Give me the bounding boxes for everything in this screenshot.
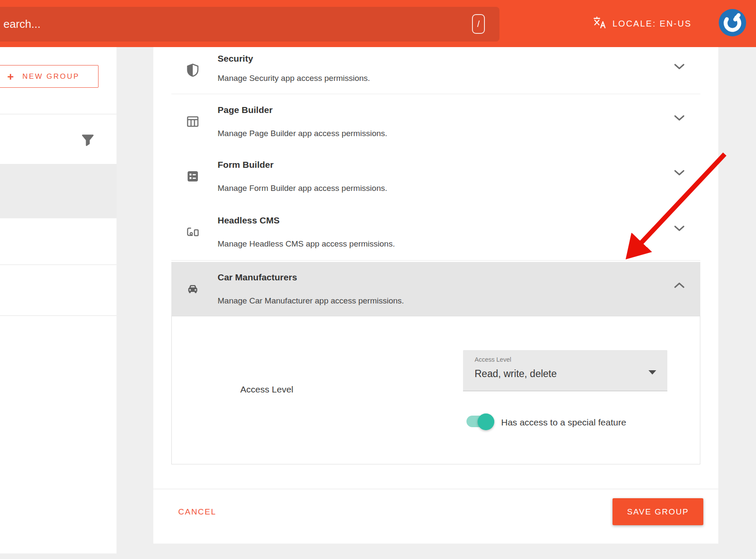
sidebar: + NEW GROUP — [0, 47, 117, 553]
select-floating-label: Access Level — [475, 356, 511, 363]
group-list-item-selected[interactable] — [0, 164, 117, 218]
section-description: Manage Headless CMS app access permissio… — [218, 240, 395, 248]
sidebar-divider — [0, 315, 117, 316]
section-row-car-manufacturers-expanded[interactable]: Car Manufacturers Manage Car Manufacture… — [171, 262, 700, 316]
section-row-page-builder[interactable]: Page Builder Manage Page Builder app acc… — [153, 94, 718, 149]
car-manufacturers-settings-panel: Access Level Access Level Read, write, d… — [171, 316, 700, 464]
chevron-down-icon[interactable] — [674, 115, 684, 128]
app-root: earch... / LOCALE: EN-US — [0, 0, 756, 559]
locale-selector[interactable]: LOCALE: EN-US — [593, 0, 692, 47]
search-input-text: earch... — [3, 7, 41, 42]
section-title: Form Builder — [218, 160, 274, 169]
topbar: earch... / LOCALE: EN-US — [0, 0, 756, 47]
chevron-up-icon[interactable] — [674, 282, 684, 296]
section-title: Page Builder — [218, 105, 272, 115]
devices-icon — [185, 225, 200, 239]
access-level-select[interactable]: Access Level Read, write, delete — [463, 350, 667, 391]
section-row-form-builder[interactable]: Form Builder Manage Form Builder app acc… — [153, 149, 718, 204]
search-input[interactable]: earch... / — [0, 7, 499, 42]
section-description: Manage Form Builder app access permissio… — [218, 184, 387, 193]
save-group-button[interactable]: SAVE GROUP — [613, 498, 703, 525]
plus-icon: + — [7, 71, 14, 82]
car-icon — [185, 282, 200, 296]
chevron-down-icon[interactable] — [674, 63, 684, 77]
group-list-item[interactable] — [0, 218, 117, 269]
access-level-field-label: Access Level — [240, 384, 293, 395]
chevron-down-icon[interactable] — [674, 225, 684, 239]
translate-icon — [593, 16, 607, 31]
section-row-security[interactable]: Security Manage Security app access perm… — [153, 47, 718, 94]
section-title: Headless CMS — [218, 216, 280, 225]
form-icon — [185, 169, 200, 184]
section-title: Security — [218, 54, 253, 63]
row-divider — [171, 260, 700, 261]
new-group-label: NEW GROUP — [22, 72, 80, 81]
app-logo[interactable] — [719, 9, 746, 36]
locale-label: LOCALE: EN-US — [613, 19, 692, 29]
shield-icon — [185, 63, 200, 77]
section-description: Manage Security app access permissions. — [218, 74, 370, 83]
section-description: Manage Page Builder app access permissio… — [218, 129, 387, 138]
special-feature-toggle-knob[interactable] — [478, 413, 494, 430]
section-title: Car Manufacturers — [218, 273, 297, 282]
filter-icon[interactable] — [82, 134, 94, 146]
cancel-button[interactable]: CANCEL — [178, 507, 216, 517]
new-group-button[interactable]: + NEW GROUP — [0, 65, 99, 88]
select-value: Read, write, delete — [475, 368, 557, 380]
footer-divider — [153, 489, 718, 489]
sidebar-divider — [0, 114, 117, 114]
chevron-down-icon[interactable] — [674, 169, 684, 183]
dropdown-caret-icon — [648, 370, 656, 375]
section-description: Manage Car Manufacturer app access permi… — [218, 297, 404, 305]
layout-icon — [185, 114, 200, 129]
keyboard-shortcut-badge: / — [472, 14, 485, 34]
group-list-item[interactable] — [0, 265, 117, 315]
special-feature-toggle-label: Has access to a special feature — [501, 417, 626, 428]
section-row-headless-cms[interactable]: Headless CMS Manage Headless CMS app acc… — [153, 204, 718, 260]
permissions-card: Security Manage Security app access perm… — [153, 47, 718, 544]
